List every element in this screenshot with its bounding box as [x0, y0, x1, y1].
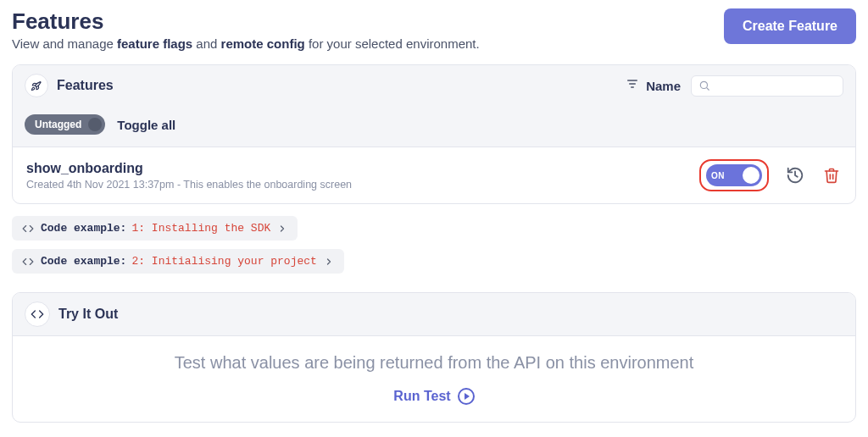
search-wrap[interactable]	[691, 75, 843, 97]
tag-label: Untagged	[35, 119, 81, 130]
code-example-detail: 2: Initialising your project	[131, 255, 316, 268]
code-icon	[22, 223, 34, 235]
toggle-state-label: ON	[711, 171, 725, 180]
chevron-right-icon	[277, 224, 287, 234]
untagged-filter-pill[interactable]: Untagged	[25, 114, 105, 135]
svg-line-4	[707, 88, 709, 91]
history-icon	[786, 166, 804, 185]
chevron-right-icon	[324, 257, 334, 267]
features-panel-title: Features	[57, 78, 626, 93]
tag-dot-icon	[88, 118, 102, 131]
delete-button[interactable]	[821, 165, 842, 185]
toggle-knob	[743, 167, 760, 184]
feature-toggle[interactable]: ON	[706, 164, 762, 186]
subtitle-text: for your selected environment.	[305, 36, 480, 51]
subtitle-text: and	[192, 36, 220, 51]
history-button[interactable]	[784, 164, 806, 186]
code-example-detail: 1: Installing the SDK	[131, 222, 270, 235]
code-circle-icon	[25, 301, 50, 327]
try-it-out-description: Test what values are being returned from…	[25, 353, 843, 373]
play-icon	[458, 388, 475, 405]
code-example-prefix: Code example:	[41, 222, 126, 235]
create-feature-button[interactable]: Create Feature	[724, 8, 856, 44]
feature-row[interactable]: show_onboarding Created 4th Nov 2021 13:…	[13, 147, 855, 203]
features-panel-header: Features Name Untagged Toggle all	[13, 65, 855, 147]
try-it-out-panel: Try It Out Test what values are being re…	[12, 292, 856, 423]
sort-dropdown[interactable]: Name	[626, 77, 681, 94]
feature-name: show_onboarding	[26, 161, 699, 176]
run-test-label: Run Test	[393, 389, 450, 404]
page-title: Features	[12, 8, 480, 35]
code-icon	[22, 256, 34, 268]
trash-icon	[823, 167, 840, 184]
code-example-prefix: Code example:	[41, 255, 126, 268]
toggle-highlight: ON	[699, 159, 769, 191]
features-panel: Features Name Untagged Toggle all show_o…	[12, 64, 856, 204]
svg-point-3	[700, 81, 707, 88]
sort-label: Name	[646, 79, 681, 93]
rocket-icon	[25, 74, 48, 97]
feature-meta: Created 4th Nov 2021 13:37pm - This enab…	[26, 179, 699, 191]
page-subtitle: View and manage feature flags and remote…	[12, 36, 480, 51]
run-test-button[interactable]: Run Test	[393, 388, 474, 405]
try-it-out-title: Try It Out	[58, 307, 843, 322]
subtitle-bold: feature flags	[117, 36, 192, 51]
code-example-install-sdk[interactable]: Code example: 1: Installing the SDK	[12, 216, 298, 241]
toggle-all-label[interactable]: Toggle all	[117, 118, 175, 132]
subtitle-bold: remote config	[221, 36, 305, 51]
filter-icon	[626, 77, 639, 94]
subtitle-text: View and manage	[12, 36, 117, 51]
search-input[interactable]	[715, 80, 836, 92]
search-icon	[698, 80, 710, 91]
code-example-init-project[interactable]: Code example: 2: Initialising your proje…	[12, 249, 344, 274]
